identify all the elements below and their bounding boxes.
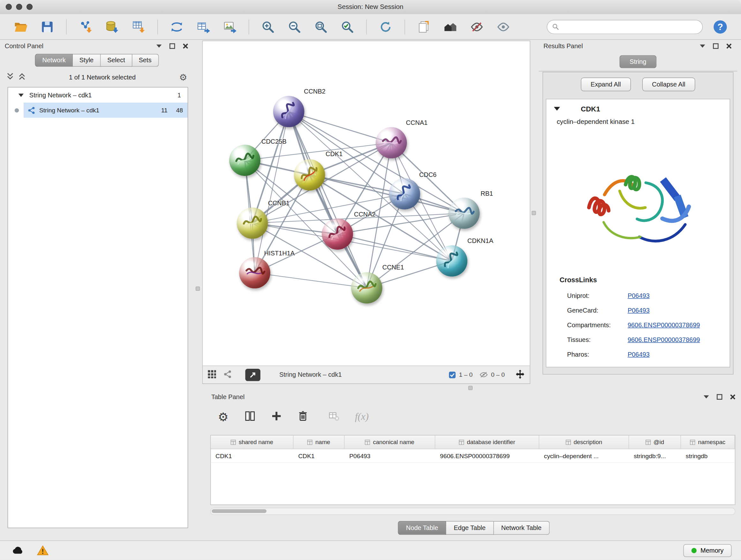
zoom-selected-button[interactable] (336, 16, 358, 37)
collapse-all-networks-icon[interactable] (7, 73, 14, 81)
network-edge-CCNB2-CCNE1[interactable] (289, 111, 367, 288)
tab-network[interactable]: Network (35, 54, 73, 67)
network-from-selection-button[interactable] (166, 16, 188, 37)
network-node-CDK1[interactable] (294, 159, 325, 191)
right-splitter-handle[interactable] (532, 211, 536, 215)
entry-caret-icon[interactable] (554, 105, 560, 112)
panel-close-icon[interactable] (729, 393, 737, 401)
open-session-button[interactable] (10, 16, 31, 37)
export-table-button[interactable] (192, 16, 214, 37)
column-header-database-identifier[interactable]: database identifier (435, 435, 539, 449)
tab-sets[interactable]: Sets (132, 54, 158, 67)
collapse-all-button[interactable]: Collapse All (642, 78, 695, 91)
table-horizontal-scrollbar[interactable] (210, 508, 735, 515)
tab-select[interactable]: Select (100, 54, 132, 67)
search-input[interactable] (562, 23, 697, 30)
panel-close-icon[interactable] (182, 42, 189, 50)
tab-string[interactable]: String (620, 55, 656, 68)
network-node-CCNB1[interactable] (237, 207, 268, 239)
column-header-name[interactable]: name (293, 435, 345, 449)
expand-all-networks-icon[interactable] (18, 73, 25, 81)
help-button[interactable]: ? (710, 16, 731, 37)
panel-close-icon[interactable] (725, 42, 733, 50)
refresh-layout-button[interactable] (375, 16, 396, 37)
duplicate-view-button[interactable] (413, 16, 434, 37)
network-icon[interactable] (223, 369, 232, 380)
expand-all-button[interactable]: Expand All (581, 78, 631, 91)
crosslink-link[interactable]: P06493 (628, 351, 650, 358)
hide-selected-button[interactable] (466, 16, 488, 37)
birdseye-view-button[interactable] (246, 368, 260, 381)
memory-button[interactable]: Memory (684, 544, 732, 557)
panel-collapse-icon[interactable] (702, 393, 710, 401)
import-network-database-button[interactable] (101, 16, 123, 37)
import-table-button[interactable] (128, 16, 149, 37)
column-header-namespac[interactable]: namespac (681, 435, 735, 449)
table-cell[interactable]: cyclin–dependent ... (539, 449, 629, 462)
network-node-RB1[interactable] (448, 198, 480, 229)
network-edge-HIST1H1A-CCNE1[interactable] (255, 273, 367, 288)
show-columns-icon[interactable] (245, 410, 257, 423)
network-edge-CCNB2-HIST1H1A[interactable] (255, 111, 289, 273)
horizontal-splitter-handle[interactable] (468, 386, 473, 390)
table-settings-gear-icon[interactable]: ⚙ (218, 410, 230, 423)
network-node-CDC25B[interactable] (229, 145, 260, 176)
crosslink-link[interactable]: P06493 (628, 307, 650, 314)
table-cell[interactable]: stringdb (681, 449, 735, 462)
scrollbar-thumb[interactable] (212, 509, 266, 513)
selected-network[interactable]: String Network – cdk1 11 48 (23, 103, 188, 118)
network-node-CCNA2[interactable] (322, 219, 353, 250)
gear-icon[interactable]: ⚙ (179, 71, 187, 82)
network-node-CCNA1[interactable] (376, 127, 407, 159)
network-canvas[interactable]: CCNB2CCNA1CDC25BCDK1CDC6RB1CCNB1CCNA2CDK… (203, 41, 530, 366)
network-collection-row[interactable]: String Network – cdk1 1 (8, 87, 188, 103)
column-header-description[interactable]: description (539, 435, 629, 449)
add-column-icon[interactable] (271, 410, 283, 423)
zoom-in-button[interactable] (257, 16, 279, 37)
column-header-shared-name[interactable]: shared name (211, 435, 293, 449)
network-row[interactable]: String Network – cdk1 11 48 (8, 103, 188, 118)
network-node-CDKN1A[interactable] (436, 246, 468, 277)
panel-float-icon[interactable] (168, 42, 176, 50)
grid-view-icon[interactable] (207, 369, 216, 380)
crosslink-link[interactable]: 9606.ENSP00000378699 (628, 336, 700, 343)
crosslink-link[interactable]: 9606.ENSP00000378699 (628, 321, 700, 328)
tab-edge-table[interactable]: Edge Table (446, 521, 494, 535)
table-row[interactable]: CDK1CDK1P064939606.ENSP00000378699cyclin… (211, 449, 735, 463)
home-button[interactable] (440, 16, 461, 37)
pan-move-icon[interactable] (515, 369, 525, 381)
column-header-canonical-name[interactable]: canonical name (345, 435, 435, 449)
warnings-button[interactable] (34, 544, 51, 557)
table-cell[interactable]: CDK1 (293, 449, 345, 462)
crosslink-link[interactable]: P06493 (628, 292, 650, 299)
zoom-out-button[interactable] (284, 16, 306, 37)
table-cell[interactable]: P06493 (345, 449, 435, 462)
delete-column-icon[interactable] (297, 410, 310, 423)
export-image-button[interactable] (219, 16, 241, 37)
cloud-status-button[interactable] (10, 544, 26, 557)
save-session-button[interactable] (37, 16, 58, 37)
table-cell[interactable]: stringdb:9... (629, 449, 681, 462)
network-edge-CCNB2-CCNA1[interactable] (289, 111, 391, 143)
column-header--id[interactable]: @id (629, 435, 681, 449)
tab-style[interactable]: Style (73, 54, 100, 67)
table-cell[interactable]: CDK1 (211, 449, 293, 462)
network-node-CCNB2[interactable] (273, 96, 305, 127)
network-node-HIST1H1A[interactable] (239, 257, 270, 289)
network-node-CCNE1[interactable] (351, 272, 382, 304)
table-cell[interactable]: 9606.ENSP00000378699 (435, 449, 539, 462)
show-all-button[interactable] (492, 16, 514, 37)
collection-caret-icon[interactable] (18, 91, 23, 99)
left-splitter-handle[interactable] (196, 287, 200, 291)
panel-float-icon[interactable] (716, 393, 723, 401)
network-node-CDC6[interactable] (389, 178, 420, 209)
tab-node-table[interactable]: Node Table (398, 521, 446, 535)
network-edge-CCNA2-CDKN1A[interactable] (337, 234, 452, 261)
zoom-fit-button[interactable] (310, 16, 332, 37)
tab-network-table[interactable]: Network Table (494, 521, 549, 535)
import-network-file-button[interactable] (75, 16, 96, 37)
panel-float-icon[interactable] (712, 42, 719, 50)
panel-collapse-icon[interactable] (698, 42, 706, 50)
protein-thumbnail-icon (439, 248, 465, 273)
panel-collapse-icon[interactable] (155, 42, 163, 50)
